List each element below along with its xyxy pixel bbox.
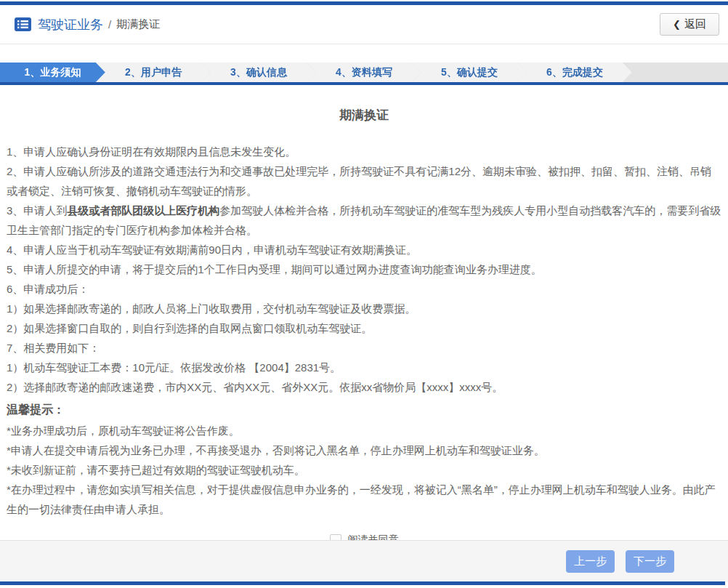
step-2-user-declaration: 2、用户申告 — [96, 63, 211, 82]
step-bar-filler — [623, 63, 728, 82]
step-bar-underline — [0, 82, 728, 85]
step-4-fill-materials: 4、资料填写 — [307, 63, 421, 82]
step-6-complete-submit: 6、完成提交 — [517, 63, 632, 82]
notice-item-7-sub-1: 1）机动车驾驶证工本费：10元/证。依据发改价格 【2004】2831号。 — [7, 358, 721, 377]
step-progress-bar: 1、业务须知 2、用户申告 3、确认信息 4、资料填写 5、确认提交 6、完成提… — [0, 63, 728, 82]
back-button-label: 返回 — [684, 17, 706, 31]
notice-item-4: 4、申请人应当于机动车驾驶证有效期满前90日内，申请机动车驾驶证有效期满换证。 — [7, 240, 721, 259]
menu-list-icon — [15, 17, 31, 31]
notice-item-3-emphasis: 县级或者部队团级以上医疗机构 — [67, 204, 219, 217]
notice-item-1: 1、申请人应确认身份证明在有效期限内且信息未发生变化。 — [7, 142, 721, 161]
previous-step-button[interactable]: 上一步 — [566, 550, 615, 573]
page-header: 驾驶证业务 / 期满换证 ❮ 返回 — [0, 5, 728, 44]
breadcrumb-separator: / — [108, 18, 111, 31]
notice-item-7: 7、相关费用如下： — [7, 338, 721, 358]
step-3-confirm-info: 3、确认信息 — [201, 63, 316, 82]
bottom-accent-bar — [0, 581, 725, 585]
back-button[interactable]: ❮ 返回 — [660, 13, 719, 36]
tips-note-4: *在办理过程中，请您如实填写相关信息，对于提供虚假信息申办业务的，一经发现，将被… — [7, 480, 721, 519]
notice-item-6: 6、申请成功后： — [7, 279, 721, 299]
footer-action-bar: 上一步 下一步 — [0, 540, 728, 582]
step-1-business-notice: 1、业务须知 — [0, 63, 105, 82]
notice-content: 期满换证 1、申请人应确认身份证明在有效期限内且信息未发生变化。 2、申请人应确… — [0, 107, 728, 547]
chevron-left-icon: ❮ — [673, 19, 681, 30]
page-title: 期满换证 — [7, 107, 721, 124]
notice-item-3: 3、申请人到县级或者部队团级以上医疗机构参加驾驶人体检并合格，所持机动车驾驶证的… — [7, 201, 721, 240]
breadcrumb-section[interactable]: 驾驶证业务 — [38, 16, 103, 33]
breadcrumb-current: 期满换证 — [116, 17, 160, 31]
next-step-button[interactable]: 下一步 — [626, 550, 674, 573]
step-5-confirm-submit: 5、确认提交 — [412, 63, 527, 82]
tips-note-3: *未收到新证前，请不要持已超过有效期的驾驶证驾驶机动车。 — [7, 460, 721, 480]
notice-item-6-sub-2: 2）如果选择窗口自取的，则自行到选择的自取网点窗口领取机动车驾驶证。 — [7, 318, 721, 338]
tips-note-1: *业务办理成功后，原机动车驾驶证将公告作废。 — [7, 421, 721, 440]
notice-item-5: 5、申请人所提交的申请，将于提交后的1个工作日内受理，期间可以通过网办进度查询功… — [7, 259, 721, 279]
notice-item-7-sub-2: 2）选择邮政寄递的邮政速递费，市内XX元、省内XX元、省外XX元。依据xx省物价… — [7, 377, 721, 397]
notice-item-6-sub-1: 1）如果选择邮政寄递的，邮政人员将上门收取费用，交付机动车驾驶证及收费票据。 — [7, 299, 721, 318]
tips-heading: 温馨提示： — [7, 399, 721, 421]
notice-item-3-pre: 3、申请人到 — [7, 204, 67, 217]
notice-item-2: 2、申请人应确认所涉及的道路交通违法行为和交通事故已处理完毕，所持驾驶证不具有记… — [7, 161, 721, 201]
tips-note-2: *申请人在提交申请后视为业务已办理，不再接受退办，否则将记入黑名单，停止办理网上… — [7, 440, 721, 460]
